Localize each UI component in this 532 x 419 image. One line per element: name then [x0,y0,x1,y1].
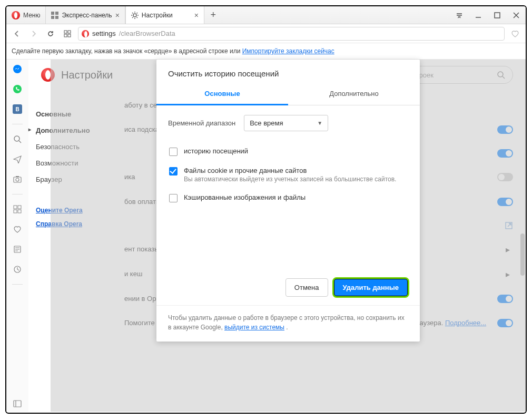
chevron-down-icon: ▼ [317,120,322,126]
tab-advanced[interactable]: Дополнительно [288,83,420,105]
panel-icon[interactable] [12,401,23,412]
maximize-icon[interactable] [488,6,507,24]
heart-icon[interactable] [12,224,23,235]
tab-basic[interactable]: Основные [156,83,288,105]
svg-rect-20 [16,176,19,177]
reload-button[interactable] [44,27,57,40]
tab-label: Экспресс-панель [62,12,112,19]
new-tab-button[interactable]: + [204,6,222,24]
bookmark-hint-text: Сделайте первую закладку, нажав на значо… [12,47,242,55]
grid-icon[interactable] [12,204,23,215]
tab-speed-dial[interactable]: Экспресс-панель × [45,6,125,24]
send-icon[interactable] [12,154,23,164]
svg-rect-11 [68,34,71,37]
svg-point-4 [133,14,136,17]
modal-actions: Отмена Удалить данные [156,270,420,305]
svg-rect-24 [18,210,21,213]
modal-footer: Чтобы удалить данные о работе в браузере… [156,305,420,342]
vk-icon[interactable]: B [12,104,23,114]
option-history[interactable]: историю посещений [168,142,408,161]
left-rail: B [6,60,28,412]
cancel-button[interactable]: Отмена [285,278,328,297]
speed-dial-icon [51,12,58,19]
forward-button[interactable] [27,27,40,40]
svg-rect-1 [55,12,58,15]
modal-overlay: Очистить историю посещений Основные Допо… [51,60,526,412]
content: Настройки Поиск настроек Основные Дополн… [28,60,526,412]
svg-line-17 [19,141,21,143]
messenger-icon[interactable] [12,64,23,74]
checkbox[interactable] [169,148,178,156]
checkbox[interactable] [169,194,178,202]
news-icon[interactable] [12,244,23,255]
svg-rect-10 [64,34,67,37]
rail-separator [12,284,23,285]
svg-rect-30 [14,401,21,407]
minimize-icon[interactable] [469,6,488,24]
rail-separator [12,194,23,194]
svg-rect-23 [14,210,17,213]
tab-label: Настройки [142,12,173,19]
rail-separator [12,124,23,124]
url-path: /clearBrowserData [119,30,175,37]
svg-rect-2 [51,16,54,19]
tab-settings[interactable]: Настройки × [125,6,204,24]
svg-point-16 [14,136,19,141]
search-icon[interactable] [12,134,23,144]
clear-data-modal: Очистить историю посещений Основные Допо… [156,60,420,342]
svg-rect-9 [68,31,71,33]
option-sublabel: Вы автоматически выйдете из учетных запи… [184,176,396,183]
svg-rect-8 [64,31,67,33]
svg-text:B: B [15,106,19,112]
checkbox[interactable] [169,167,178,176]
time-range-label: Временной диапазон [168,119,235,127]
svg-rect-22 [18,206,21,209]
gear-icon [131,12,139,19]
sign-out-link[interactable]: выйдите из системы [224,324,284,331]
option-cache[interactable]: Кэшированные изображения и файлы [168,188,408,208]
main-area: B Настройки Поиск настроек [6,60,526,412]
bookmark-hint: Сделайте первую закладку, нажав на значо… [6,43,526,60]
speed-dial-button[interactable] [61,27,74,40]
address-field[interactable]: settings/clearBrowserData [78,27,505,41]
svg-point-19 [16,178,19,181]
opera-url-icon [82,30,89,37]
option-label: историю посещений [184,147,248,155]
menu-button[interactable]: Меню [6,6,45,24]
opera-icon [12,11,20,20]
close-icon[interactable]: × [115,11,120,20]
svg-rect-0 [51,12,54,15]
titlebar: Меню Экспресс-панель × Настройки × + [6,6,526,24]
window-controls [450,6,526,24]
svg-rect-3 [55,16,58,19]
bookmark-hint-link[interactable]: Импортируйте закладки сейчас [242,47,334,55]
menu-label: Меню [23,12,40,19]
url-protocol: settings [92,30,116,37]
modal-title: Очистить историю посещений [156,60,420,83]
option-label: Кэшированные изображения и файлы [184,193,306,201]
time-range-select[interactable]: Все время ▼ [244,115,328,131]
back-button[interactable] [11,27,23,40]
svg-rect-7 [495,13,500,18]
option-label: Файлы cookie и прочие данные сайтов [184,167,396,174]
time-range-row: Временной диапазон Все время ▼ [168,115,408,131]
svg-rect-21 [14,206,17,209]
time-range-value: Все время [250,119,283,127]
clock-icon[interactable] [12,264,23,275]
address-bar: settings/clearBrowserData [6,24,526,43]
modal-body: Временной диапазон Все время ▼ историю п… [156,105,420,270]
camera-icon[interactable] [12,174,23,184]
bookmark-heart-icon[interactable] [509,27,521,40]
window-menu-icon[interactable] [450,6,469,24]
delete-data-button[interactable]: Удалить данные [333,278,409,297]
whatsapp-icon[interactable] [12,84,23,94]
option-cookies[interactable]: Файлы cookie и прочие данные сайтов Вы а… [168,161,408,188]
close-icon[interactable]: × [194,11,199,20]
modal-tabs: Основные Дополнительно [156,83,420,105]
close-window-icon[interactable] [507,6,526,24]
